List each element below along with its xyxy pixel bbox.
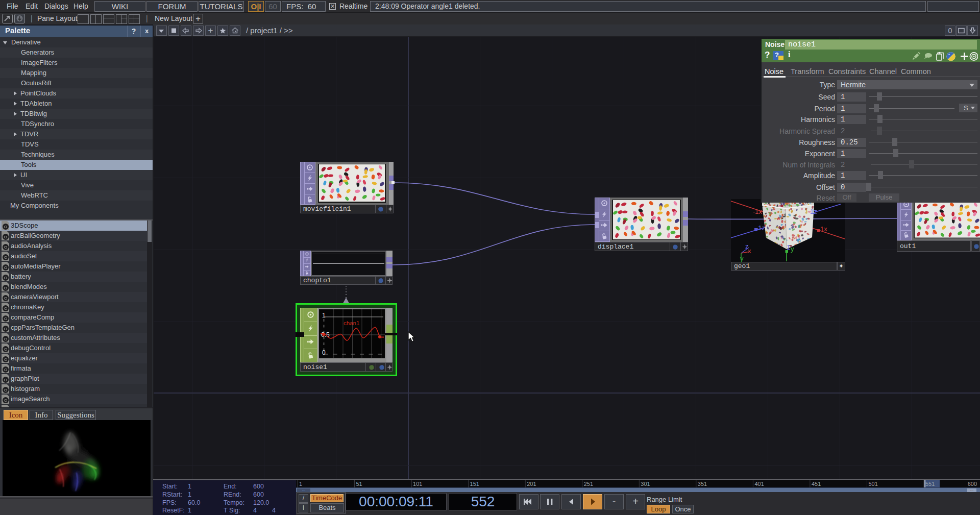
svg-text:401: 401 — [754, 481, 764, 487]
svg-text:y: y — [740, 255, 744, 262]
svg-text:451: 451 — [812, 481, 821, 487]
svg-text:y: y — [791, 245, 794, 253]
svg-text:351: 351 — [698, 481, 707, 487]
svg-text:201: 201 — [527, 481, 536, 487]
svg-text:51: 51 — [356, 481, 362, 487]
svg-text:1x: 1x — [820, 225, 827, 233]
svg-text:151: 151 — [470, 481, 479, 487]
svg-text:501: 501 — [869, 481, 878, 487]
svg-text:1: 1 — [299, 481, 302, 487]
svg-text:1: 1 — [787, 243, 790, 251]
svg-text:251: 251 — [584, 481, 593, 487]
svg-text:101: 101 — [413, 481, 422, 487]
svg-text:1z: 1z — [810, 208, 817, 215]
svg-text:551: 551 — [925, 481, 935, 487]
svg-text:301: 301 — [641, 481, 650, 487]
svg-text:-1x: -1x — [753, 208, 763, 215]
svg-text:600: 600 — [968, 481, 977, 487]
